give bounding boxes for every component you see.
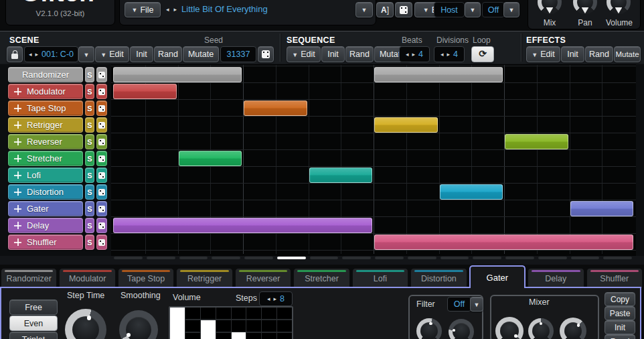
steps-increase-icon[interactable]: ▸ xyxy=(274,295,277,302)
tab-delay[interactable]: Delay xyxy=(528,268,584,288)
track-button-reverser[interactable]: Reverser xyxy=(8,134,83,149)
sequence-block-gater[interactable] xyxy=(570,201,634,216)
tab-randomizer[interactable]: Randomizer xyxy=(1,268,57,288)
steps-decrease-icon[interactable]: ◂ xyxy=(267,295,270,302)
track-dice-button[interactable] xyxy=(96,67,107,82)
paste-button[interactable]: Paste xyxy=(605,306,635,320)
tab-retrigger[interactable]: Retrigger xyxy=(176,268,232,288)
scene-rand-button[interactable]: Rand xyxy=(154,46,182,62)
sequence-block-delay[interactable] xyxy=(113,218,372,233)
mode-button-triplet[interactable]: Triplet xyxy=(9,332,58,339)
sequence-block-randomizer[interactable] xyxy=(113,67,242,82)
scene-edit-button[interactable]: ▼ Edit xyxy=(95,46,129,62)
file-menu-button[interactable]: ▼ File xyxy=(125,2,161,17)
sequence-block-shuffler[interactable] xyxy=(374,234,633,250)
track-button-retrigger[interactable]: Retrigger xyxy=(8,117,83,133)
volume-step-column[interactable] xyxy=(216,308,232,339)
track-button-stretcher[interactable]: Stretcher xyxy=(8,151,83,166)
tab-distortion[interactable]: Distortion xyxy=(410,268,467,288)
sequence-block-stretcher[interactable] xyxy=(179,151,242,166)
sequence-block-modulator[interactable] xyxy=(113,84,177,99)
solo-button[interactable]: S xyxy=(85,201,94,216)
track-button-distortion[interactable]: Distortion xyxy=(8,184,83,200)
filter-mode-value[interactable]: Off xyxy=(447,297,471,312)
track-button-modulator[interactable]: Modulator xyxy=(8,84,83,99)
mode-button-free[interactable]: Free xyxy=(9,299,58,315)
preset-dropdown-button[interactable]: ▼ xyxy=(355,2,373,17)
track-button-lofi[interactable]: Lofi xyxy=(8,167,83,183)
effects-rand-button[interactable]: Rand xyxy=(585,46,613,62)
track-dice-button[interactable] xyxy=(96,201,107,216)
pan-knob[interactable] xyxy=(573,0,597,14)
volume-step-column[interactable] xyxy=(185,308,201,339)
track-button-tape-stop[interactable]: Tape Stop xyxy=(8,100,83,116)
rand-button[interactable]: Rand xyxy=(605,334,635,339)
tab-lofi[interactable]: Lofi xyxy=(352,268,408,288)
prev-preset-icon[interactable]: ◂ xyxy=(166,6,169,13)
scene-selector[interactable]: ◂ ▸ 001: C-0 xyxy=(24,46,78,62)
sequence-block-tape-stop[interactable] xyxy=(244,100,307,116)
mixer-knob-2[interactable] xyxy=(528,318,554,339)
preset-selector[interactable]: ◂ ▸ Little Bit Of Everything xyxy=(166,2,353,16)
track-dice-button[interactable] xyxy=(96,117,107,133)
scene-lock-button[interactable] xyxy=(7,46,23,62)
solo-button[interactable]: S xyxy=(85,67,94,82)
volume-step-column[interactable] xyxy=(170,308,185,339)
beats-decrease-icon[interactable]: ◂ xyxy=(406,51,409,58)
tab-tape-stop[interactable]: Tape Stop xyxy=(118,268,174,288)
mixer-knob-3[interactable] xyxy=(560,318,586,339)
steps-stepper[interactable]: ◂ ▸ 8 xyxy=(259,291,293,306)
tab-shuffler[interactable]: Shuffler xyxy=(586,268,643,288)
volume-step-column[interactable] xyxy=(201,308,216,339)
sequence-block-distortion[interactable] xyxy=(440,184,503,200)
track-dice-button[interactable] xyxy=(96,134,107,149)
solo-button[interactable]: S xyxy=(85,167,94,183)
track-dice-button[interactable] xyxy=(96,184,107,200)
track-dice-button[interactable] xyxy=(96,151,107,166)
solo-button[interactable]: S xyxy=(85,151,94,166)
track-button-gater[interactable]: Gater xyxy=(8,201,83,216)
midi-source-value[interactable]: Host xyxy=(434,2,465,17)
midi-channel-value[interactable]: Off xyxy=(482,2,505,17)
midi-channel-dropdown-button[interactable]: ▼ xyxy=(503,2,519,17)
track-button-shuffler[interactable]: Shuffler xyxy=(8,234,83,250)
prev-scene-icon[interactable]: ◂ xyxy=(29,51,32,58)
sequence-block-randomizer[interactable] xyxy=(374,67,503,82)
solo-button[interactable]: S xyxy=(85,184,94,200)
track-dice-button[interactable] xyxy=(96,100,107,116)
solo-button[interactable]: S xyxy=(85,234,94,250)
sequence-block-reverser[interactable] xyxy=(505,134,568,149)
midi-source-dropdown-button[interactable]: ▼ xyxy=(465,2,481,17)
tab-gater[interactable]: Gater xyxy=(469,265,526,288)
volume-knob[interactable] xyxy=(607,0,631,14)
filter-mode-dropdown-button[interactable]: ▼ xyxy=(470,297,483,312)
mode-button-even[interactable]: Even xyxy=(9,316,58,331)
scene-dropdown-button[interactable]: ▼ xyxy=(78,46,94,62)
filter-knob-1[interactable] xyxy=(416,318,442,339)
divisions-stepper[interactable]: ◂ ▸ 4 xyxy=(434,46,465,62)
beats-stepper[interactable]: ◂ ▸ 4 xyxy=(399,46,430,62)
divisions-decrease-icon[interactable]: ◂ xyxy=(440,51,444,58)
seed-value[interactable]: 31337 xyxy=(220,46,256,62)
seed-random-button[interactable] xyxy=(258,46,274,62)
track-dice-button[interactable] xyxy=(96,167,107,183)
sequence-init-button[interactable]: Init xyxy=(321,46,345,62)
volume-step-column[interactable] xyxy=(262,308,277,339)
loop-toggle-button[interactable]: ⟳ xyxy=(471,46,494,62)
volume-step-column[interactable] xyxy=(277,308,292,339)
sequence-rand-button[interactable]: Rand xyxy=(345,46,374,62)
effects-mutate-button[interactable]: Mutate xyxy=(614,46,641,62)
init-button[interactable]: Init xyxy=(605,320,635,334)
filter-knob-2[interactable] xyxy=(449,319,474,339)
solo-button[interactable]: S xyxy=(85,84,94,99)
solo-button[interactable]: S xyxy=(85,100,94,116)
solo-button[interactable]: S xyxy=(85,218,94,233)
tab-modulator[interactable]: Modulator xyxy=(59,268,115,288)
track-dice-button[interactable] xyxy=(96,84,107,99)
scene-mutate-button[interactable]: Mutate xyxy=(183,46,219,62)
solo-button[interactable]: S xyxy=(85,134,94,149)
track-button-delay[interactable]: Delay xyxy=(8,218,83,233)
track-dice-button[interactable] xyxy=(96,218,107,233)
volume-step-editor[interactable] xyxy=(169,306,293,339)
beats-increase-icon[interactable]: ▸ xyxy=(412,51,416,58)
